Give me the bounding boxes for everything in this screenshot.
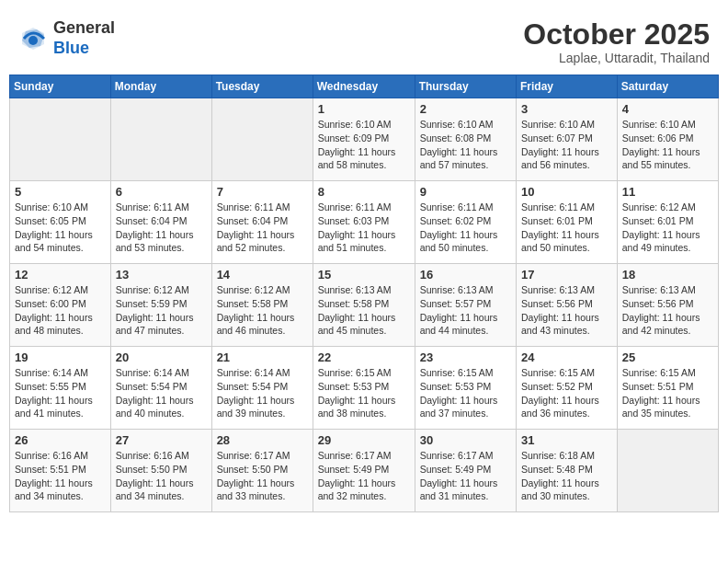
calendar-cell: 15Sunrise: 6:13 AM Sunset: 5:58 PM Dayli…	[313, 264, 415, 347]
calendar-table: SundayMondayTuesdayWednesdayThursdayFrid…	[9, 75, 719, 512]
day-info: Sunrise: 6:13 AM Sunset: 5:56 PM Dayligh…	[521, 283, 612, 338]
day-number: 3	[521, 102, 612, 116]
calendar-cell: 25Sunrise: 6:15 AM Sunset: 5:51 PM Dayli…	[617, 347, 718, 430]
weekday-header-friday: Friday	[517, 75, 618, 98]
calendar-cell: 21Sunrise: 6:14 AM Sunset: 5:54 PM Dayli…	[211, 347, 313, 430]
calendar-week-row: 26Sunrise: 6:16 AM Sunset: 5:51 PM Dayli…	[10, 430, 719, 512]
day-info: Sunrise: 6:10 AM Sunset: 6:06 PM Dayligh…	[622, 118, 713, 172]
calendar-cell: 20Sunrise: 6:14 AM Sunset: 5:54 PM Dayli…	[110, 347, 211, 430]
day-number: 14	[217, 268, 308, 282]
day-info: Sunrise: 6:12 AM Sunset: 6:01 PM Dayligh…	[622, 201, 713, 255]
calendar-cell: 16Sunrise: 6:13 AM Sunset: 5:57 PM Dayli…	[415, 264, 516, 347]
day-number: 12	[15, 268, 106, 282]
calendar-cell: 24Sunrise: 6:15 AM Sunset: 5:52 PM Dayli…	[517, 347, 618, 430]
calendar-cell: 17Sunrise: 6:13 AM Sunset: 5:56 PM Dayli…	[517, 264, 618, 347]
calendar-cell: 3Sunrise: 6:10 AM Sunset: 6:07 PM Daylig…	[517, 98, 618, 181]
day-info: Sunrise: 6:13 AM Sunset: 5:57 PM Dayligh…	[420, 283, 511, 338]
day-number: 4	[622, 102, 713, 116]
day-info: Sunrise: 6:17 AM Sunset: 5:50 PM Dayligh…	[217, 449, 308, 503]
calendar-cell	[211, 98, 313, 181]
day-info: Sunrise: 6:12 AM Sunset: 5:58 PM Dayligh…	[217, 283, 308, 338]
day-info: Sunrise: 6:14 AM Sunset: 5:54 PM Dayligh…	[116, 366, 207, 420]
day-info: Sunrise: 6:11 AM Sunset: 6:04 PM Dayligh…	[217, 201, 308, 255]
calendar-week-row: 5Sunrise: 6:10 AM Sunset: 6:05 PM Daylig…	[10, 181, 719, 264]
day-info: Sunrise: 6:10 AM Sunset: 6:05 PM Dayligh…	[15, 201, 106, 255]
calendar-cell: 19Sunrise: 6:14 AM Sunset: 5:55 PM Dayli…	[10, 347, 111, 430]
day-number: 16	[420, 268, 511, 282]
day-number: 8	[318, 185, 410, 199]
day-info: Sunrise: 6:14 AM Sunset: 5:55 PM Dayligh…	[15, 366, 106, 420]
title-area: October 2025 Laplae, Uttaradit, Thailand	[523, 18, 710, 65]
day-number: 18	[622, 268, 713, 282]
day-number: 19	[15, 350, 106, 364]
day-number: 24	[521, 350, 612, 364]
day-info: Sunrise: 6:15 AM Sunset: 5:53 PM Dayligh…	[318, 366, 410, 420]
calendar-cell	[110, 98, 211, 181]
logo-icon	[18, 24, 48, 53]
day-number: 28	[217, 433, 308, 447]
calendar-cell: 23Sunrise: 6:15 AM Sunset: 5:53 PM Dayli…	[415, 347, 516, 430]
calendar-cell: 26Sunrise: 6:16 AM Sunset: 5:51 PM Dayli…	[10, 430, 111, 512]
calendar-cell: 5Sunrise: 6:10 AM Sunset: 6:05 PM Daylig…	[10, 181, 111, 264]
day-number: 20	[116, 350, 207, 364]
day-info: Sunrise: 6:17 AM Sunset: 5:49 PM Dayligh…	[318, 449, 410, 503]
calendar-cell: 9Sunrise: 6:11 AM Sunset: 6:02 PM Daylig…	[415, 181, 516, 264]
day-info: Sunrise: 6:17 AM Sunset: 5:49 PM Dayligh…	[420, 449, 511, 503]
calendar-cell: 14Sunrise: 6:12 AM Sunset: 5:58 PM Dayli…	[211, 264, 313, 347]
day-number: 30	[420, 433, 511, 447]
day-info: Sunrise: 6:15 AM Sunset: 5:51 PM Dayligh…	[622, 366, 713, 420]
calendar-cell	[617, 430, 718, 512]
calendar-cell: 1Sunrise: 6:10 AM Sunset: 6:09 PM Daylig…	[313, 98, 415, 181]
calendar-cell: 30Sunrise: 6:17 AM Sunset: 5:49 PM Dayli…	[415, 430, 516, 512]
day-info: Sunrise: 6:10 AM Sunset: 6:09 PM Dayligh…	[318, 118, 410, 172]
day-info: Sunrise: 6:15 AM Sunset: 5:52 PM Dayligh…	[521, 366, 612, 420]
weekday-header-row: SundayMondayTuesdayWednesdayThursdayFrid…	[10, 75, 719, 98]
day-number: 21	[217, 350, 308, 364]
calendar-cell: 13Sunrise: 6:12 AM Sunset: 5:59 PM Dayli…	[110, 264, 211, 347]
day-info: Sunrise: 6:16 AM Sunset: 5:51 PM Dayligh…	[15, 449, 106, 503]
calendar-cell: 7Sunrise: 6:11 AM Sunset: 6:04 PM Daylig…	[211, 181, 313, 264]
day-number: 10	[521, 185, 612, 199]
logo-general-text: General	[53, 18, 115, 37]
calendar-cell	[10, 98, 111, 181]
day-number: 15	[318, 268, 410, 282]
calendar-cell: 2Sunrise: 6:10 AM Sunset: 6:08 PM Daylig…	[415, 98, 516, 181]
day-info: Sunrise: 6:11 AM Sunset: 6:03 PM Dayligh…	[318, 201, 410, 255]
day-number: 29	[318, 433, 410, 447]
day-info: Sunrise: 6:12 AM Sunset: 6:00 PM Dayligh…	[15, 283, 106, 338]
day-number: 27	[116, 433, 207, 447]
calendar-cell: 22Sunrise: 6:15 AM Sunset: 5:53 PM Dayli…	[313, 347, 415, 430]
day-number: 9	[420, 185, 511, 199]
calendar-cell: 6Sunrise: 6:11 AM Sunset: 6:04 PM Daylig…	[110, 181, 211, 264]
logo-text: General Blue	[53, 18, 115, 58]
day-info: Sunrise: 6:11 AM Sunset: 6:02 PM Dayligh…	[420, 201, 511, 255]
day-number: 17	[521, 268, 612, 282]
calendar-week-row: 1Sunrise: 6:10 AM Sunset: 6:09 PM Daylig…	[10, 98, 719, 181]
day-info: Sunrise: 6:11 AM Sunset: 6:01 PM Dayligh…	[521, 201, 612, 255]
calendar-cell: 29Sunrise: 6:17 AM Sunset: 5:49 PM Dayli…	[313, 430, 415, 512]
day-number: 11	[622, 185, 713, 199]
calendar-cell: 28Sunrise: 6:17 AM Sunset: 5:50 PM Dayli…	[211, 430, 313, 512]
month-title: October 2025	[523, 18, 710, 51]
day-number: 22	[318, 350, 410, 364]
calendar-week-row: 19Sunrise: 6:14 AM Sunset: 5:55 PM Dayli…	[10, 347, 719, 430]
location-subtitle: Laplae, Uttaradit, Thailand	[523, 51, 710, 65]
day-info: Sunrise: 6:10 AM Sunset: 6:08 PM Dayligh…	[420, 118, 511, 172]
header: General Blue October 2025 Laplae, Uttara…	[9, 9, 719, 70]
weekday-header-saturday: Saturday	[617, 75, 718, 98]
day-info: Sunrise: 6:15 AM Sunset: 5:53 PM Dayligh…	[420, 366, 511, 420]
calendar-cell: 11Sunrise: 6:12 AM Sunset: 6:01 PM Dayli…	[617, 181, 718, 264]
day-info: Sunrise: 6:10 AM Sunset: 6:07 PM Dayligh…	[521, 118, 612, 172]
weekday-header-monday: Monday	[110, 75, 211, 98]
calendar-cell: 8Sunrise: 6:11 AM Sunset: 6:03 PM Daylig…	[313, 181, 415, 264]
day-info: Sunrise: 6:13 AM Sunset: 5:56 PM Dayligh…	[622, 283, 713, 338]
logo: General Blue	[18, 18, 115, 58]
day-number: 1	[318, 102, 410, 116]
day-number: 2	[420, 102, 511, 116]
weekday-header-wednesday: Wednesday	[313, 75, 415, 98]
calendar-cell: 12Sunrise: 6:12 AM Sunset: 6:00 PM Dayli…	[10, 264, 111, 347]
calendar-header: SundayMondayTuesdayWednesdayThursdayFrid…	[10, 75, 719, 98]
svg-point-2	[28, 36, 38, 45]
day-info: Sunrise: 6:11 AM Sunset: 6:04 PM Dayligh…	[116, 201, 207, 255]
day-number: 23	[420, 350, 511, 364]
